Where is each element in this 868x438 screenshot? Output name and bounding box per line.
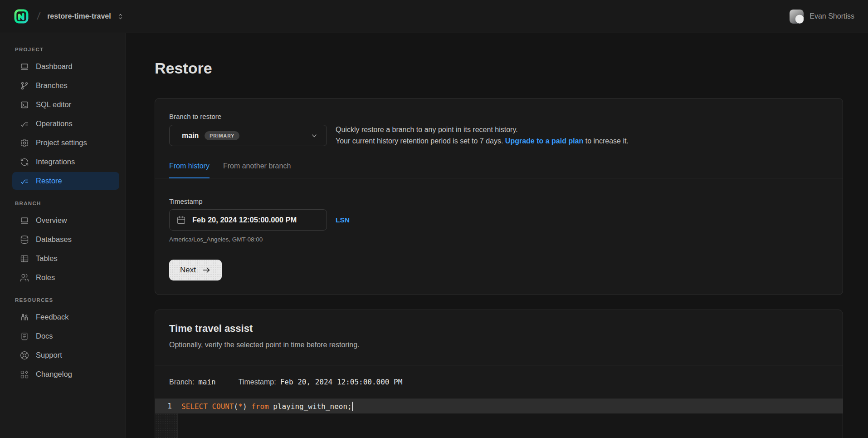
lifebuoy-icon	[20, 351, 29, 360]
sidebar-item-label: Support	[36, 351, 62, 359]
lsn-link[interactable]: LSN	[336, 216, 350, 224]
time-travel-assist-card: Time travel assist Optionally, verify th…	[155, 310, 843, 438]
changelog-icon	[20, 370, 29, 379]
editor-empty-area	[178, 413, 843, 438]
sidebar-item-label: Docs	[36, 332, 53, 340]
sql-code-line: SELECT COUNT(*) from playing_with_neon;	[178, 402, 353, 411]
restore-card: Branch to restore main PRIMARY Quickly r…	[155, 98, 843, 295]
user-menu[interactable]: Evan Shortiss	[790, 10, 854, 24]
restore-description: Quickly restore a branch to any point in…	[336, 124, 629, 147]
tab-from-another-branch[interactable]: From another branch	[223, 162, 291, 178]
sidebar-item-label: Overview	[36, 216, 67, 225]
sidebar-item-label: Project settings	[36, 138, 87, 147]
sql-token: *	[238, 402, 243, 411]
sidebar-item-roles[interactable]: Roles	[12, 269, 119, 286]
meta-branch-value: main	[198, 378, 216, 386]
sidebar-item-feedback[interactable]: Feedback	[12, 308, 119, 326]
sidebar-item-tables[interactable]: Tables	[12, 250, 119, 267]
chevron-up-down-icon	[117, 13, 124, 20]
upgrade-plan-link[interactable]: Upgrade to a paid plan	[505, 137, 583, 145]
user-avatar	[790, 10, 804, 24]
sidebar: PROJECT Dashboard Branches SQL editor	[0, 33, 126, 438]
terminal-icon	[20, 100, 29, 109]
sql-token: from	[251, 402, 269, 411]
section-label: PROJECT	[0, 47, 126, 52]
gear-icon	[20, 138, 29, 148]
sidebar-item-support[interactable]: Support	[12, 346, 119, 364]
meta-timestamp-value: Feb 20, 2024 12:05:00.000 PM	[280, 378, 403, 386]
sidebar-item-sql-editor[interactable]: SQL editor	[12, 96, 119, 113]
description-line2: Your current history retention period is…	[336, 136, 629, 147]
restore-icon	[20, 177, 29, 186]
project-name: restore-time-travel	[47, 12, 111, 20]
sidebar-item-label: Dashboard	[36, 62, 73, 71]
description-line2-prefix: Your current history retention period is…	[336, 137, 505, 145]
window-icon	[20, 216, 29, 225]
sidebar-item-label: Integrations	[36, 157, 75, 166]
sidebar-section-project: PROJECT Dashboard Branches SQL editor	[0, 47, 126, 190]
sidebar-item-label: Operations	[36, 119, 73, 128]
sidebar-item-overview[interactable]: Overview	[12, 212, 119, 229]
sql-token: playing_with_neon;	[269, 402, 352, 411]
sql-editor-active-line[interactable]: 1 SELECT COUNT(*) from playing_with_neon…	[155, 399, 843, 413]
time-travel-assist-subtitle: Optionally, verify the selected point in…	[169, 341, 829, 349]
sidebar-item-label: SQL editor	[36, 100, 71, 109]
branch-field-label: Branch to restore	[169, 113, 829, 120]
sql-editor-body[interactable]	[155, 413, 843, 438]
timezone-note: America/Los_Angeles, GMT-08:00	[169, 236, 829, 243]
user-name: Evan Shortiss	[809, 12, 854, 20]
neon-logo-icon	[14, 9, 29, 24]
editor-gutter	[155, 413, 178, 438]
sql-token: SELECT COUNT	[181, 402, 234, 411]
tab-from-history[interactable]: From history	[169, 162, 210, 178]
text-cursor	[352, 402, 353, 411]
primary-badge: PRIMARY	[205, 131, 239, 140]
project-switcher[interactable]: restore-time-travel	[47, 12, 124, 20]
sidebar-item-operations[interactable]: Operations	[12, 115, 119, 133]
sidebar-item-integrations[interactable]: Integrations	[12, 153, 119, 171]
sidebar-item-label: Roles	[36, 273, 55, 282]
section-label: BRANCH	[0, 201, 126, 206]
next-button[interactable]: Next	[169, 260, 222, 281]
chevron-down-icon	[310, 131, 319, 140]
git-branch-icon	[20, 81, 29, 90]
verification-meta-row: Branch: main Timestamp: Feb 20, 2024 12:…	[155, 365, 843, 399]
timestamp-value: Feb 20, 2024 12:05:00.000 PM	[192, 216, 297, 224]
database-icon	[20, 235, 29, 244]
meta-branch: Branch: main	[169, 378, 216, 386]
sidebar-item-databases[interactable]: Databases	[12, 231, 119, 248]
sql-token: )	[243, 402, 251, 411]
description-line1: Quickly restore a branch to any point in…	[336, 124, 629, 136]
sidebar-item-restore[interactable]: Restore	[12, 172, 119, 190]
docs-icon	[20, 332, 29, 341]
sidebar-item-project-settings[interactable]: Project settings	[12, 134, 119, 152]
breadcrumb-separator: /	[36, 10, 41, 22]
table-icon	[20, 254, 29, 263]
sidebar-item-label: Tables	[36, 254, 58, 263]
timestamp-field-label: Timestamp	[169, 197, 829, 205]
section-label: RESOURCES	[0, 297, 126, 303]
sql-token: (	[234, 402, 239, 411]
timestamp-input[interactable]: Feb 20, 2024 12:05:00.000 PM	[169, 209, 327, 231]
meta-timestamp: Timestamp: Feb 20, 2024 12:05:00.000 PM	[239, 378, 403, 386]
checklist-icon	[20, 119, 29, 128]
sidebar-item-docs[interactable]: Docs	[12, 327, 119, 345]
topbar: / restore-time-travel Evan Shortiss	[0, 0, 868, 33]
branch-select-value: main	[182, 132, 199, 140]
neon-logo[interactable]	[14, 9, 29, 24]
next-button-label: Next	[180, 266, 196, 275]
sidebar-section-branch: BRANCH Overview Databases Tables Rol	[0, 201, 126, 286]
sidebar-item-branches[interactable]: Branches	[12, 77, 119, 94]
sidebar-item-dashboard[interactable]: Dashboard	[12, 58, 119, 75]
dashboard-icon	[20, 62, 29, 71]
branch-select[interactable]: main PRIMARY	[169, 125, 327, 146]
description-line2-suffix: to increase it.	[583, 137, 629, 145]
sidebar-item-label: Feedback	[36, 313, 68, 321]
restore-tabs: From history From another branch	[155, 162, 843, 178]
sidebar-item-label: Databases	[36, 235, 72, 244]
sidebar-item-label: Branches	[36, 81, 68, 90]
sidebar-section-resources: RESOURCES Feedback Docs Support	[0, 297, 126, 383]
sidebar-item-label: Restore	[36, 177, 62, 185]
time-travel-assist-title: Time travel assist	[169, 323, 829, 335]
sidebar-item-changelog[interactable]: Changelog	[12, 365, 119, 383]
